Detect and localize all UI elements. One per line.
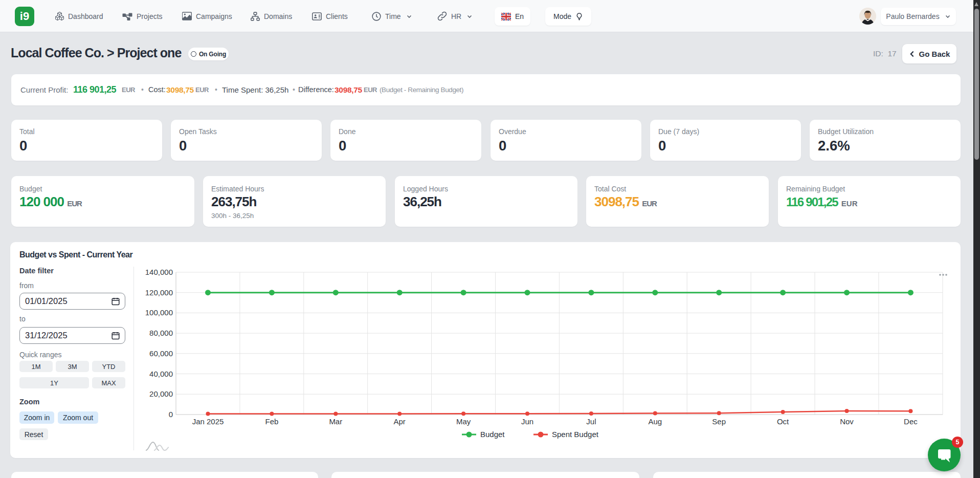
svg-text:Sep: Sep [712, 417, 726, 426]
svg-text:Budget: Budget [480, 430, 505, 439]
svg-text:Dec: Dec [904, 417, 918, 426]
svg-text:20,000: 20,000 [149, 389, 173, 398]
svg-text:Jun: Jun [521, 417, 533, 426]
svg-text:Apr: Apr [394, 417, 406, 426]
svg-text:0: 0 [169, 410, 173, 419]
svg-text:100,000: 100,000 [145, 308, 173, 317]
svg-text:60,000: 60,000 [149, 349, 173, 358]
svg-text:80,000: 80,000 [149, 329, 173, 337]
svg-text:Oct: Oct [777, 417, 789, 426]
svg-text:May: May [456, 417, 471, 426]
svg-text:140,000: 140,000 [145, 268, 173, 276]
svg-text:Jan 2025: Jan 2025 [192, 417, 224, 426]
svg-text:Nov: Nov [840, 417, 854, 426]
svg-text:Jul: Jul [586, 417, 596, 426]
svg-text:Aug: Aug [648, 417, 662, 426]
svg-text:120,000: 120,000 [145, 288, 173, 297]
svg-text:40,000: 40,000 [149, 370, 173, 378]
svg-text:Feb: Feb [265, 417, 278, 426]
svg-text:Mar: Mar [329, 417, 342, 426]
svg-text:Spent Budget: Spent Budget [552, 430, 599, 439]
